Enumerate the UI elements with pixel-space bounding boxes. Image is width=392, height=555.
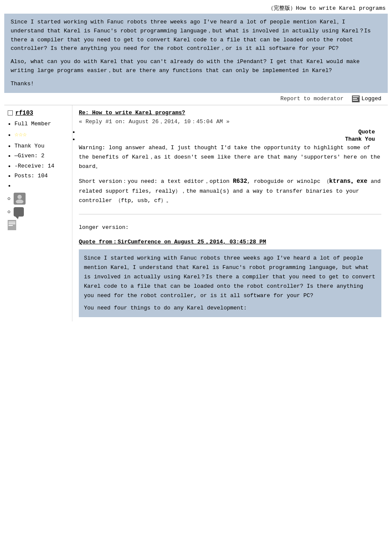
page-title: （完整版）How to write Karel programs	[0, 0, 392, 14]
svg-rect-2	[353, 98, 357, 99]
reply-title: Re: How to write Karel programs?	[79, 110, 381, 116]
svg-marker-7	[16, 214, 18, 216]
user-stars: ☆☆☆	[14, 131, 27, 139]
user-sidebar: rf103 Full Member ☆☆☆ Thank You —Given: …	[4, 105, 72, 321]
user-avatar-row	[8, 193, 69, 205]
svg-rect-1	[353, 96, 359, 97]
body-para2-prefix: Short version：you need: a text editor，op…	[79, 178, 233, 185]
circle-bullet-speech	[8, 211, 10, 213]
original-post-para3: Thanks!	[11, 80, 381, 89]
user-name-row: rf103	[8, 110, 69, 116]
body-para2: Short version：you need: a text editor，op…	[79, 176, 381, 205]
original-post-para1: Since I started working with Fanuc robot…	[11, 18, 381, 53]
user-posts: Posts: 104	[14, 171, 69, 181]
logged-icon	[352, 95, 360, 102]
thankyou-link[interactable]: Thank You	[345, 136, 375, 142]
user-speech-row	[8, 207, 69, 217]
post-footer: Report to moderator Logged	[4, 93, 388, 105]
user-stars-item: ☆☆☆	[14, 129, 69, 141]
logged-label: Logged	[361, 95, 381, 102]
svg-point-5	[16, 199, 23, 203]
quote-action: Quote	[79, 129, 375, 135]
svg-point-4	[17, 195, 22, 199]
user-info-list: Full Member ☆☆☆ Thank You —Given: 2 -Rec…	[8, 119, 69, 191]
body-para2-mid: , roboguide or winolpc （	[247, 178, 329, 185]
speech-bubble-icon	[14, 207, 24, 217]
svg-rect-6	[14, 208, 23, 214]
page-wrapper: （完整版）How to write Karel programs Since I…	[0, 0, 392, 321]
user-thankyou: Thank You	[14, 141, 69, 151]
user-role: Full Member	[14, 119, 69, 129]
reply-meta: « Reply #1 on: August 26，2014, 10：45:04 …	[79, 118, 381, 125]
quote-link[interactable]: Quote	[358, 129, 375, 135]
post-body: Warning: long answer ahead。I just though…	[79, 143, 381, 317]
body-para1: Warning: long answer ahead。I just though…	[79, 143, 381, 171]
user-given: —Given: 2	[14, 151, 69, 161]
user-blank	[14, 181, 69, 191]
post-content: Re: How to write Karel programs? « Reply…	[72, 105, 388, 321]
reply-section: rf103 Full Member ☆☆☆ Thank You —Given: …	[4, 105, 388, 321]
reply-date: August 26，2014, 10：45:04 AM »	[129, 119, 230, 125]
svg-rect-9	[9, 222, 15, 223]
thankyou-action: Thank You	[79, 136, 375, 142]
reply-meta-prefix: «	[79, 119, 82, 125]
quote-para2: You need four things to do any Karel dev…	[84, 304, 376, 313]
body-code1: R632	[233, 178, 247, 185]
svg-rect-10	[9, 223, 15, 224]
body-code2: ktrans。exe	[329, 178, 368, 185]
title-text: （完整版）How to write Karel programs	[268, 5, 386, 12]
quote-header: Quote from：SirCumference on August 25，20…	[79, 237, 381, 247]
original-post: Since I started working with Fanuc robot…	[4, 14, 388, 93]
doc-icon	[8, 220, 16, 230]
avatar-icon	[14, 193, 26, 205]
logged-status: Logged	[352, 95, 381, 102]
svg-rect-11	[9, 225, 13, 226]
user-name-link[interactable]: rf103	[15, 110, 33, 116]
divider	[79, 214, 381, 214]
user-doc-row	[8, 220, 69, 230]
quote-para1: Since I started working with Fanuc robot…	[84, 254, 376, 301]
original-post-para2: Also, what can you do with Karel that yo…	[11, 58, 381, 75]
svg-rect-3	[353, 100, 358, 101]
circle-bullet-avatar	[8, 197, 10, 200]
quote-block: Since I started working with Fanuc robot…	[79, 249, 381, 317]
user-receive: -Receive: 14	[14, 161, 69, 171]
reply-label: Reply #1 on:	[86, 119, 129, 125]
longer-version: longer version:	[79, 223, 381, 232]
action-list: Quote Thank You	[79, 129, 381, 142]
report-to-moderator-link[interactable]: Report to moderator	[280, 95, 343, 102]
user-checkbox[interactable]	[8, 110, 13, 116]
